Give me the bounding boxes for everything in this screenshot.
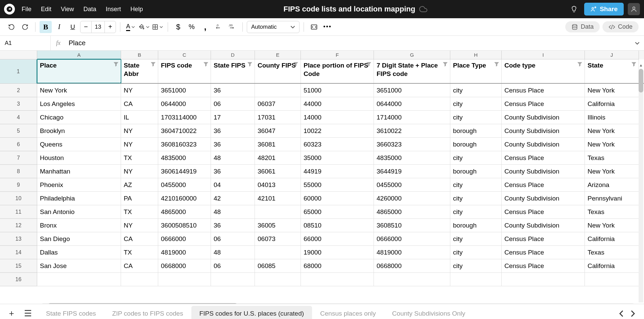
cell-B9[interactable]: AZ <box>121 178 158 192</box>
header-cell-A[interactable]: Place <box>37 59 121 83</box>
cell-H13[interactable]: city <box>450 232 502 246</box>
row-header-15[interactable]: 15 <box>0 259 37 273</box>
cell-F16[interactable] <box>301 273 374 286</box>
cell-B7[interactable]: TX <box>121 151 158 165</box>
header-cell-I[interactable]: Code type <box>502 59 585 83</box>
column-header-B[interactable]: B <box>121 51 158 59</box>
cell-C7[interactable]: 4835000 <box>158 151 211 165</box>
cell-D12[interactable]: 36 <box>211 219 255 232</box>
cell-A7[interactable]: Houston <box>37 151 121 165</box>
sheet-nav-prev[interactable] <box>619 310 624 317</box>
header-cell-H[interactable]: Place Type <box>450 59 502 83</box>
cell-D7[interactable]: 48 <box>211 151 255 165</box>
row-header-8[interactable]: 8 <box>0 165 37 178</box>
cell-A4[interactable]: Chicago <box>37 111 121 124</box>
cell-B3[interactable]: CA <box>121 97 158 111</box>
code-snippet-button[interactable] <box>308 21 320 33</box>
cell-G5[interactable]: 3610022 <box>374 124 450 138</box>
cell-H5[interactable]: borough <box>450 124 502 138</box>
vertical-scrollbar[interactable]: ▲ ▼ <box>639 69 643 302</box>
row-header-12[interactable]: 12 <box>0 219 37 232</box>
cell-F10[interactable]: 60000 <box>301 192 374 205</box>
cell-F11[interactable]: 65000 <box>301 205 374 219</box>
cell-A10[interactable]: Philadelphia <box>37 192 121 205</box>
cell-E7[interactable]: 48201 <box>255 151 301 165</box>
cell-I15[interactable]: Census Place <box>502 259 585 273</box>
horizontal-scroll-thumb[interactable] <box>48 303 237 304</box>
app-logo[interactable] <box>4 4 15 15</box>
cell-C15[interactable]: 0668000 <box>158 259 211 273</box>
cell-G10[interactable]: 4260000 <box>374 192 450 205</box>
cell-E12[interactable]: 36005 <box>255 219 301 232</box>
cell-C8[interactable]: 3606144919 <box>158 165 211 178</box>
cell-H4[interactable]: city <box>450 111 502 124</box>
cell-J15[interactable]: California <box>585 259 639 273</box>
document-title[interactable]: FIPS code lists and location mapping <box>143 5 568 14</box>
header-cell-G[interactable]: 7 Digit State + Place FIPS code <box>374 59 450 83</box>
cell-I2[interactable]: Census Place <box>502 84 585 97</box>
sheet-tab[interactable]: FIPS codes for U.S. places (curated) <box>191 306 312 319</box>
undo-button[interactable] <box>5 21 18 33</box>
cell-I14[interactable]: Census Place <box>502 246 585 259</box>
row-header-16[interactable]: 16 <box>0 273 37 286</box>
cell-H8[interactable]: borough <box>450 165 502 178</box>
cell-B13[interactable]: CA <box>121 232 158 246</box>
cell-E6[interactable]: 36081 <box>255 138 301 151</box>
cell-H9[interactable]: city <box>450 178 502 192</box>
cell-F8[interactable]: 44919 <box>301 165 374 178</box>
horizontal-scrollbar[interactable] <box>41 303 635 304</box>
cell-D5[interactable]: 36 <box>211 124 255 138</box>
menu-data[interactable]: Data <box>84 6 96 13</box>
column-header-C[interactable]: C <box>158 51 211 59</box>
percent-button[interactable]: % <box>186 21 198 33</box>
cell-F2[interactable]: 51000 <box>301 84 374 97</box>
all-sheets-button[interactable]: ☰ <box>22 308 34 319</box>
font-size-decrease[interactable]: − <box>80 21 91 33</box>
currency-button[interactable]: $ <box>172 21 184 33</box>
cell-C10[interactable]: 4210160000 <box>158 192 211 205</box>
cell-J14[interactable]: Texas <box>585 246 639 259</box>
cell-D4[interactable]: 17 <box>211 111 255 124</box>
cell-E9[interactable]: 04013 <box>255 178 301 192</box>
cell-B2[interactable]: NY <box>121 84 158 97</box>
cell-E4[interactable]: 17031 <box>255 111 301 124</box>
cell-H2[interactable]: city <box>450 84 502 97</box>
borders-button[interactable] <box>151 21 164 33</box>
cell-D14[interactable]: 48 <box>211 246 255 259</box>
cell-H10[interactable]: city <box>450 192 502 205</box>
cell-A16[interactable] <box>37 273 121 286</box>
row-header-6[interactable]: 6 <box>0 138 37 151</box>
cell-F14[interactable]: 19000 <box>301 246 374 259</box>
header-cell-C[interactable]: FIPS code <box>158 59 211 83</box>
row-header-11[interactable]: 11 <box>0 205 37 219</box>
cell-C3[interactable]: 0644000 <box>158 97 211 111</box>
column-header-A[interactable]: A <box>37 51 121 59</box>
cell-B6[interactable]: NY <box>121 138 158 151</box>
cell-H14[interactable]: city <box>450 246 502 259</box>
cell-J9[interactable]: Arizona <box>585 178 639 192</box>
menu-help[interactable]: Help <box>130 6 143 13</box>
comma-button[interactable]: , <box>199 21 211 33</box>
cell-E13[interactable]: 06073 <box>255 232 301 246</box>
cell-J5[interactable]: New York <box>585 124 639 138</box>
cell-J3[interactable]: California <box>585 97 639 111</box>
cell-J4[interactable]: Illinois <box>585 111 639 124</box>
cell-C6[interactable]: 3608160323 <box>158 138 211 151</box>
more-options-button[interactable]: ••• <box>321 21 334 33</box>
formula-expand-button[interactable] <box>630 41 644 46</box>
cell-A3[interactable]: Los Angeles <box>37 97 121 111</box>
cell-F6[interactable]: 60323 <box>301 138 374 151</box>
text-color-button[interactable]: A <box>124 21 137 33</box>
cell-C5[interactable]: 3604710022 <box>158 124 211 138</box>
vertical-scroll-thumb[interactable] <box>639 69 643 92</box>
row-header-14[interactable]: 14 <box>0 246 37 259</box>
cell-D11[interactable]: 48 <box>211 205 255 219</box>
cell-I12[interactable]: County Subdivision <box>502 219 585 232</box>
header-cell-F[interactable]: Place portion of FIPS Code <box>301 59 374 83</box>
cell-J12[interactable]: New York <box>585 219 639 232</box>
cell-H11[interactable]: city <box>450 205 502 219</box>
cell-D6[interactable]: 36 <box>211 138 255 151</box>
column-header-I[interactable]: I <box>502 51 585 59</box>
cells-area[interactable]: PlaceState AbbrFIPS codeState FIPSCounty… <box>37 59 644 302</box>
cell-H15[interactable]: city <box>450 259 502 273</box>
